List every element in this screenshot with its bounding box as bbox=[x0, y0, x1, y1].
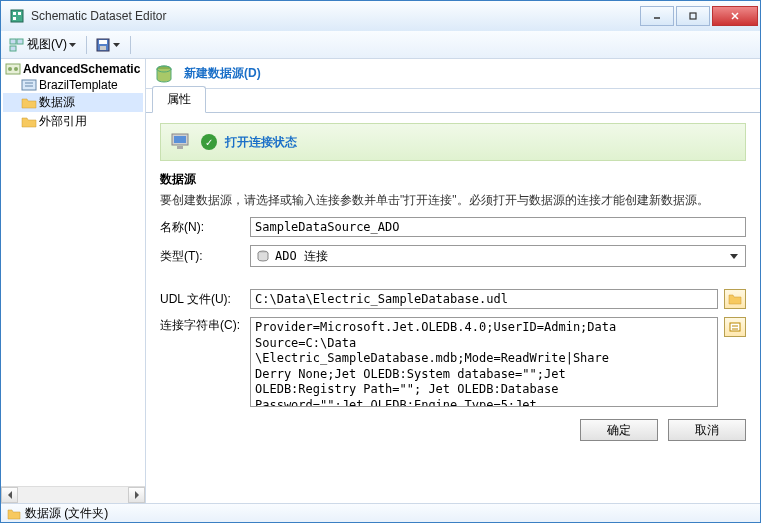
tree-item-label: 外部引用 bbox=[39, 113, 87, 130]
folder-open-icon bbox=[728, 293, 742, 305]
window-buttons bbox=[638, 6, 758, 26]
tree-item-label: BrazilTemplate bbox=[39, 78, 118, 92]
statusbar-text: 数据源 (文件夹) bbox=[25, 505, 108, 522]
main-area: AdvancedSchematic BrazilTemplate 数据源 外部引… bbox=[1, 59, 760, 503]
save-icon bbox=[95, 37, 111, 53]
database-small-icon bbox=[255, 249, 271, 263]
svg-rect-13 bbox=[100, 46, 106, 50]
section-hint: 要创建数据源，请选择或输入连接参数并单击"打开连接"。必须打开与数据源的连接才能… bbox=[160, 192, 746, 209]
maximize-button[interactable] bbox=[676, 6, 710, 26]
statusbar: 数据源 (文件夹) bbox=[1, 503, 760, 523]
svg-rect-23 bbox=[174, 136, 186, 143]
udl-input[interactable] bbox=[250, 289, 718, 309]
row-type: 类型(T): ADO 连接 bbox=[160, 245, 746, 267]
row-udl: UDL 文件(U): bbox=[160, 289, 746, 309]
windows-icon bbox=[9, 38, 25, 52]
check-icon: ✓ bbox=[201, 134, 217, 150]
svg-rect-5 bbox=[690, 13, 696, 19]
status-text: 打开连接状态 bbox=[225, 134, 297, 151]
conn-label: 连接字符串(C): bbox=[160, 317, 250, 334]
close-button[interactable] bbox=[712, 6, 758, 26]
folder-icon bbox=[21, 97, 37, 109]
svg-rect-2 bbox=[18, 12, 21, 15]
chevron-down-icon bbox=[726, 249, 741, 264]
tree-item-external[interactable]: 外部引用 bbox=[3, 112, 143, 131]
scroll-track[interactable] bbox=[18, 487, 128, 503]
tree-view[interactable]: AdvancedSchematic BrazilTemplate 数据源 外部引… bbox=[1, 59, 145, 486]
name-input[interactable] bbox=[250, 217, 746, 237]
svg-rect-9 bbox=[17, 39, 23, 44]
svg-rect-12 bbox=[99, 40, 107, 44]
svg-rect-24 bbox=[177, 146, 183, 149]
ok-label: 确定 bbox=[607, 422, 631, 439]
template-icon bbox=[21, 79, 37, 91]
udl-label: UDL 文件(U): bbox=[160, 291, 250, 308]
content-toolbar: 新建数据源(D) bbox=[146, 59, 760, 89]
properties-panel: ✓ 打开连接状态 数据源 要创建数据源，请选择或输入连接参数并单击"打开连接"。… bbox=[146, 113, 760, 503]
folder-icon bbox=[21, 116, 37, 128]
svg-rect-26 bbox=[730, 323, 740, 331]
tabs: 属性 bbox=[146, 89, 760, 113]
dialog-buttons: 确定 取消 bbox=[160, 419, 746, 441]
titlebar: Schematic Dataset Editor bbox=[1, 1, 760, 31]
content-panel: 新建数据源(D) 属性 ✓ 打开连接状态 数据源 要创建数据源，请选择或输入连接… bbox=[146, 59, 760, 503]
name-label: 名称(N): bbox=[160, 219, 250, 236]
status-icon-wrap bbox=[169, 130, 193, 154]
minimize-button[interactable] bbox=[640, 6, 674, 26]
scroll-right-button[interactable] bbox=[128, 487, 145, 503]
svg-rect-3 bbox=[13, 17, 16, 20]
tree-item-template[interactable]: BrazilTemplate bbox=[3, 77, 143, 93]
cancel-button[interactable]: 取消 bbox=[668, 419, 746, 441]
build-conn-button[interactable] bbox=[724, 317, 746, 337]
svg-rect-8 bbox=[10, 39, 16, 44]
tree-root-label: AdvancedSchematic bbox=[23, 62, 140, 76]
window-title: Schematic Dataset Editor bbox=[31, 9, 638, 23]
schematic-icon bbox=[5, 63, 21, 75]
view-menu-label: 视图(V) bbox=[27, 36, 67, 53]
svg-rect-17 bbox=[22, 80, 36, 90]
browse-udl-button[interactable] bbox=[724, 289, 746, 309]
monitor-icon bbox=[169, 130, 193, 154]
sidebar: AdvancedSchematic BrazilTemplate 数据源 外部引… bbox=[1, 59, 146, 503]
new-datasource-link[interactable]: 新建数据源(D) bbox=[184, 65, 261, 82]
row-connstr: 连接字符串(C): Provider=Microsoft.Jet.OLEDB.4… bbox=[160, 317, 746, 407]
chevron-down-icon bbox=[113, 43, 120, 47]
ok-button[interactable]: 确定 bbox=[580, 419, 658, 441]
svg-rect-1 bbox=[13, 12, 16, 15]
svg-rect-10 bbox=[10, 46, 16, 51]
svg-point-16 bbox=[14, 67, 18, 71]
svg-rect-0 bbox=[11, 10, 23, 22]
view-menu[interactable]: 视图(V) bbox=[5, 34, 80, 55]
horizontal-scrollbar[interactable] bbox=[1, 486, 145, 503]
main-toolbar: 视图(V) bbox=[1, 31, 760, 59]
database-icon bbox=[154, 64, 174, 84]
type-label: 类型(T): bbox=[160, 248, 250, 265]
cancel-label: 取消 bbox=[695, 422, 719, 439]
tab-properties[interactable]: 属性 bbox=[152, 86, 206, 113]
properties-icon bbox=[728, 321, 742, 333]
save-button[interactable] bbox=[91, 35, 124, 55]
app-icon bbox=[9, 8, 25, 24]
tree-item-label: 数据源 bbox=[39, 94, 75, 111]
tab-label: 属性 bbox=[167, 92, 191, 106]
chevron-down-icon bbox=[69, 43, 76, 47]
status-box: ✓ 打开连接状态 bbox=[160, 123, 746, 161]
separator bbox=[130, 36, 131, 54]
separator bbox=[86, 36, 87, 54]
folder-icon bbox=[7, 508, 21, 520]
conn-textarea[interactable]: Provider=Microsoft.Jet.OLEDB.4.0;UserID=… bbox=[250, 317, 718, 407]
tree-item-datasource[interactable]: 数据源 bbox=[3, 93, 143, 112]
spacer bbox=[160, 275, 746, 289]
section-title: 数据源 bbox=[160, 171, 746, 188]
tree-root[interactable]: AdvancedSchematic bbox=[3, 61, 143, 77]
type-value: ADO 连接 bbox=[275, 248, 726, 265]
row-name: 名称(N): bbox=[160, 217, 746, 237]
type-combobox[interactable]: ADO 连接 bbox=[250, 245, 746, 267]
scroll-left-button[interactable] bbox=[1, 487, 18, 503]
svg-point-15 bbox=[8, 67, 12, 71]
